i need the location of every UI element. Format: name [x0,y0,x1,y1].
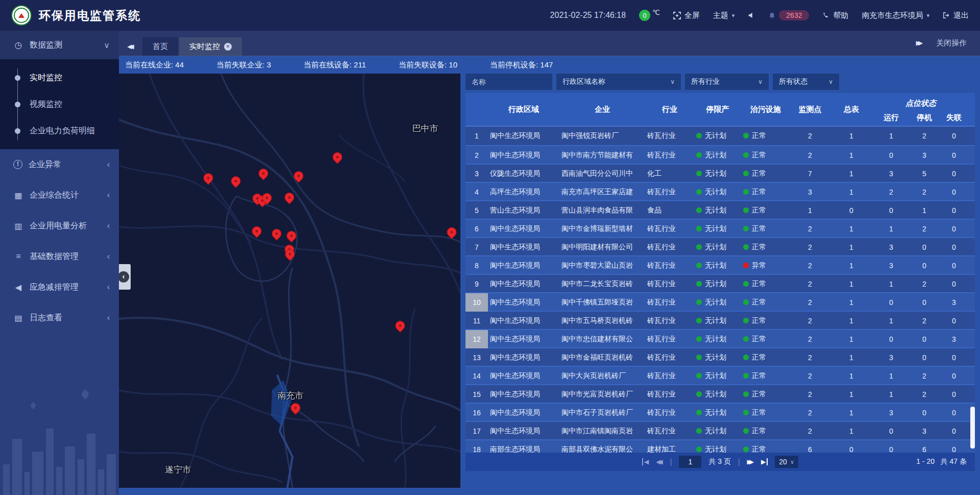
cell-pollution-facility: 正常 [741,427,790,436]
cell-production-limit: 无计划 [694,243,741,252]
cell-industry: 砖瓦行业 [645,390,694,399]
sidebar-subitem[interactable]: 视频监控 [0,91,119,117]
table-row[interactable]: 3 仪陇生态环境局 西南油气田分公司川中 化工 无计划 正常 7 1 3 5 0 [465,163,975,182]
table-row[interactable]: 15 阆中生态环境局 阆中市光富页岩机砖厂 砖瓦行业 无计划 正常 2 1 1 … [465,384,975,403]
industry-select[interactable]: 所有行业 ∨ [685,74,769,90]
notifications[interactable]: 2632 [768,10,809,20]
table-row[interactable]: 2 阆中生态环境局 阆中市南方节能建材有 砖瓦行业 无计划 正常 2 1 0 3… [465,145,975,163]
cell-company: 阆中市金福旺页岩机砖 [559,353,645,362]
cell-running: 3 [873,353,910,362]
cell-total-meters: 1 [830,151,873,159]
sidebar-item[interactable]: ◀ 应急减排管理 ‹ [0,272,119,302]
region-select[interactable]: 行政区域名称 ∨ [556,74,681,90]
table-row[interactable]: 12 阆中生态环境局 阆中市忠信建材有限公 砖瓦行业 无计划 正常 2 1 0 … [465,329,975,347]
cell-region: 阆中生态环境局 [488,335,559,344]
first-page-button[interactable]: ◀ [642,458,649,465]
sidebar-item-data-monitoring[interactable]: ◷ 数据监测 ∨ [0,31,119,59]
cell-disconnected: 0 [939,280,969,288]
status-dot-green-icon [696,226,702,231]
close-icon[interactable]: ✕ [224,43,232,51]
gauge-icon: ◷ [13,40,23,51]
cell-production-limit: 无计划 [694,187,741,197]
sidebar-subitem[interactable]: 实时监控 [0,64,119,91]
tab-realtime-monitoring[interactable]: 实时监控 ✕ [179,37,242,56]
status-select[interactable]: 所有状态 ∨ [773,74,839,90]
cell-index: 14 [465,367,488,385]
sidebar-item[interactable]: ▥ 企业用电量分析 ‹ [0,210,119,241]
last-page-button[interactable]: ▶ [761,458,768,465]
table-row[interactable]: 7 阆中生态环境局 阆中明阳建材有限公司 砖瓦行业 无计划 正常 2 1 3 0… [465,237,975,255]
status-dot-icon [743,244,749,250]
name-search-input[interactable] [465,74,552,90]
help-button[interactable]: 帮助 [822,11,848,20]
cell-total-meters: 0 [830,206,873,215]
sidebar-item[interactable]: ! 企业异常 ‹ [0,149,119,180]
cell-stopped: 5 [910,170,939,178]
close-operations-button[interactable]: 关闭操作 [936,38,967,48]
stat-item: 当前在线设备: 211 [304,60,366,70]
page-size-select[interactable]: 20 ∨ [775,456,798,468]
org-dropdown[interactable]: 南充市生态环境局 ▾ [862,11,929,20]
bullet-dot-icon [15,128,20,134]
status-dot-green-icon [696,281,702,287]
status-dot-icon [743,355,749,360]
cell-region: 阆中生态环境局 [488,131,559,140]
tabs-scroll-left-button[interactable]: ◀◀ [119,37,142,56]
cell-company: 阆中市石子页岩机砖厂 [559,408,645,417]
fullscreen-button[interactable]: 全屏 [673,11,700,20]
table-row[interactable]: 16 阆中生态环境局 阆中市石子页岩机砖厂 砖瓦行业 无计划 正常 2 1 3 … [465,403,975,421]
sidebar-item[interactable]: ▤ 日志查看 ‹ [0,302,119,333]
cell-industry: 砖瓦行业 [645,298,694,307]
cell-monitor-points: 2 [790,409,830,417]
logout-icon [943,12,950,19]
status-dot-icon [743,373,749,379]
sound-toggle-button[interactable] [748,12,755,19]
cell-pollution-facility: 正常 [741,206,790,215]
table-row[interactable]: 8 阆中生态环境局 阆中市枣碧大梁山页岩 砖瓦行业 无计划 异常 2 1 3 0… [465,255,975,274]
cell-industry: 砖瓦行业 [645,353,694,362]
vertical-scrollbar-thumb[interactable] [970,407,975,449]
map-collapse-button[interactable]: ‹ [119,264,131,290]
cell-stopped: 3 [910,151,939,159]
cell-monitor-points: 7 [790,170,830,178]
cell-production-limit: 无计划 [694,206,741,215]
cell-region: 阆中生态环境局 [488,316,559,325]
cell-production-limit: 无计划 [694,151,741,160]
table-row[interactable]: 13 阆中生态环境局 阆中市金福旺页岩机砖 砖瓦行业 无计划 正常 2 1 3 … [465,347,975,366]
sidebar-item[interactable]: ▦ 企业综合统计 ‹ [0,180,119,210]
bullet-dot-icon [15,102,20,107]
prev-page-button[interactable]: ◀◀ [656,458,663,465]
table-row[interactable]: 4 高坪生态环境局 南充市高坪区王家店建 砖瓦行业 无计划 正常 3 1 2 2… [465,182,975,200]
cell-stopped: 0 [910,243,939,251]
table-row[interactable]: 9 阆中生态环境局 阆中市二龙长宝页岩砖 砖瓦行业 无计划 正常 2 1 1 2… [465,274,975,292]
cell-monitor-points: 2 [790,372,830,380]
cell-industry: 砖瓦行业 [645,261,694,270]
logout-button[interactable]: 退出 [943,11,969,20]
table-row[interactable]: 6 阆中生态环境局 阆中市金博瑞新型墙材 砖瓦行业 无计划 正常 2 1 1 2… [465,219,975,237]
cell-index: 3 [465,164,488,183]
theme-dropdown[interactable]: 主题 ▾ [713,11,735,20]
table-row[interactable]: 17 阆中生态环境局 阆中市江南镇阆南页岩 砖瓦行业 无计划 正常 2 1 0 … [465,421,975,439]
table-row[interactable]: 1 阆中生态环境局 阆中强锐页岩砖厂 砖瓦行业 无计划 正常 2 1 1 2 0 [465,127,975,145]
enterprise-panel: 行政区域名称 ∨ 所有行业 ∨ 所有状态 ∨ 行政区域 企业 行业 停限产 治污… [465,74,975,471]
cell-monitor-points: 2 [790,225,830,233]
map-panel[interactable]: 巴中市南充市遂宁市 ‹ [119,74,460,488]
table-row[interactable]: 11 阆中生态环境局 阆中市五马桥页岩机砖 砖瓦行业 无计划 正常 2 1 1 … [465,311,975,329]
table-row[interactable]: 14 阆中生态环境局 阆中大兴页岩机砖厂 砖瓦行业 无计划 正常 2 1 1 2… [465,366,975,384]
cell-production-limit: 无计划 [694,169,741,178]
table-row[interactable]: 18 南部生态环境局 南部县双佛水泥有限公 建材加工 无计划 正常 6 0 0 … [465,439,975,453]
table-row[interactable]: 5 营山生态环境局 营山县润丰肉食品有限 食品 无计划 正常 1 0 0 1 0 [465,200,975,219]
cell-disconnected: 0 [939,409,969,417]
cell-production-limit: 无计划 [694,224,741,233]
sidebar-subitem[interactable]: 企业电力负荷明细 [0,117,119,144]
cell-disconnected: 0 [939,243,969,251]
tab-home[interactable]: 首页 [142,37,178,56]
cell-industry: 砖瓦行业 [645,243,694,252]
double-chevron-right-icon[interactable]: ▶▶ [916,39,923,46]
cell-disconnected: 0 [939,427,969,435]
page-number-input[interactable]: 1 [679,456,701,468]
sidebar-item[interactable]: ≡ 基础数据管理 ‹ [0,241,119,272]
table-row[interactable]: 10 阆中生态环境局 阆中千佛镇五郎垭页岩 砖瓦行业 无计划 正常 2 1 0 … [465,292,975,311]
next-page-button[interactable]: ▶▶ [747,458,754,465]
cell-industry: 砖瓦行业 [645,151,694,160]
